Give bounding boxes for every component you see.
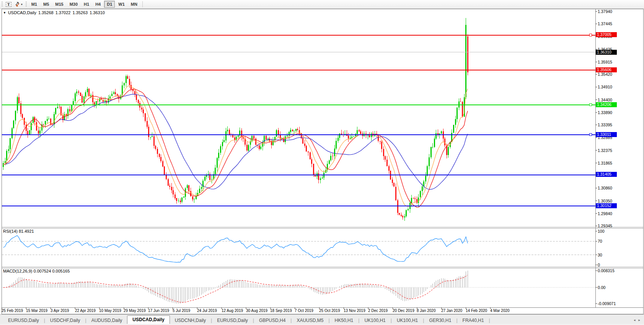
- symbol-tab-ger30-h1-11[interactable]: GER30,H1: [424, 317, 456, 324]
- timeframe-button-mn[interactable]: MN: [128, 1, 140, 8]
- symbol-tab-gbpusd-h4-6[interactable]: GBPUSD,H4: [254, 317, 290, 324]
- timeframe-button-d1[interactable]: D1: [104, 1, 115, 8]
- symbol-tab-uk100-h1-10[interactable]: UK100,H1: [392, 317, 423, 324]
- toolbar-drag-handle[interactable]: [2, 2, 3, 7]
- timeframe-button-m1[interactable]: M1: [29, 1, 40, 8]
- timeframe-button-h1[interactable]: H1: [81, 1, 92, 8]
- macd-histogram: [3, 271, 468, 304]
- tab-scroll-arrows: ◂ ▸: [634, 318, 640, 322]
- symbol-tab-xauusd-m5-7[interactable]: XAUUSD,M5: [292, 317, 328, 324]
- arrows-tool-button[interactable]: ▾: [13, 1, 24, 8]
- trading-terminal-window: T ▾ M1M5M15M30H1H4D1W1MN ▼USDCAD,Daily1.…: [0, 0, 644, 325]
- toolbar-separator: [142, 1, 143, 7]
- symbol-tab-usdchf-daily-1[interactable]: USDCHF,Daily: [45, 317, 85, 324]
- symbol-tabbar: EURUSD,Daily|USDCHF,Daily|AUDUSD,DailyUS…: [0, 314, 644, 324]
- symbol-tab-hk50-h1-8[interactable]: HK50,H1: [330, 317, 359, 324]
- arrows-tool-icon: [15, 2, 20, 7]
- tab-scroll-left-icon[interactable]: ◂: [634, 318, 636, 322]
- symbol-tab-fra40-h1-12[interactable]: FRA40,H1: [458, 317, 489, 324]
- timeframe-button-m5[interactable]: M5: [41, 1, 52, 8]
- chart-canvas[interactable]: [0, 0, 644, 325]
- timeframe-button-m15[interactable]: M15: [52, 1, 66, 8]
- symbol-tab-eurusd-daily-5[interactable]: EURUSD,Daily: [212, 317, 253, 324]
- timeframe-button-h4[interactable]: H4: [93, 1, 103, 8]
- timeframe-button-w1[interactable]: W1: [116, 1, 127, 8]
- tab-separator: |: [489, 317, 490, 324]
- symbol-tab-eurusd-daily-0[interactable]: EURUSD,Daily: [3, 317, 44, 324]
- timeframe-button-m30[interactable]: M30: [67, 1, 80, 8]
- tab-scroll-right-icon[interactable]: ▸: [638, 318, 640, 322]
- symbol-tab-uk100-h1-9[interactable]: UK100,H1: [359, 317, 390, 324]
- symbol-tab-audusd-daily-2[interactable]: AUDUSD,Daily: [86, 317, 127, 324]
- symbol-tab-usdcad-daily-3[interactable]: USDCAD,Daily: [127, 315, 170, 324]
- toolbar: T ▾ M1M5M15M30H1H4D1W1MN: [0, 0, 644, 9]
- text-tool-button[interactable]: T: [5, 1, 13, 8]
- timeframe-button-group: M1M5M15M30H1H4D1W1MN: [28, 0, 140, 8]
- time-axis[interactable]: [2, 308, 595, 314]
- price-axis[interactable]: [596, 9, 644, 307]
- toolbar-group-handle[interactable]: [26, 2, 27, 7]
- symbol-tab-usdcnh-daily-4[interactable]: USDCNH,Daily: [170, 317, 211, 324]
- dropdown-caret-icon: ▾: [21, 3, 23, 6]
- rsi-line: [3, 235, 468, 262]
- macd-signal-line: [3, 275, 468, 302]
- text-tool-icon: T: [6, 2, 11, 7]
- horizontal-line-objects[interactable]: [2, 34, 595, 206]
